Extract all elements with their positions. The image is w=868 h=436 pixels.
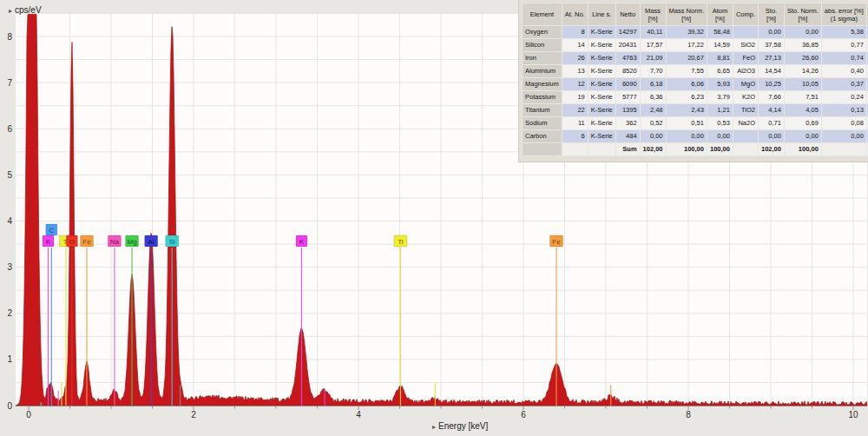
table-cell: Iron xyxy=(523,52,562,65)
table-cell: 19 xyxy=(562,91,588,104)
column-header[interactable]: At. No. xyxy=(562,3,588,26)
element-label-na[interactable]: Na xyxy=(108,235,121,247)
table-cell xyxy=(562,143,588,156)
table-cell: 4763 xyxy=(615,52,640,65)
table-cell: 8520 xyxy=(615,65,640,78)
table-cell: 37,58 xyxy=(759,39,785,52)
table-row[interactable]: Magnesium12K-Serie60906,186,065,93MgO10,… xyxy=(523,78,868,91)
table-cell: Magnesium xyxy=(523,78,562,91)
element-label-k[interactable]: K xyxy=(43,235,54,247)
column-header[interactable]: Comp. xyxy=(733,3,758,26)
table-row[interactable]: Carbon6K-Serie4840,000,000,000,000,000,0… xyxy=(523,130,868,143)
y-tick-label: 5 xyxy=(7,170,12,180)
table-cell: 6,18 xyxy=(640,78,666,91)
y-axis-title: ▸cps/eV xyxy=(9,5,42,15)
table-cell: 2,43 xyxy=(666,104,707,117)
element-label-al[interactable]: Al xyxy=(145,235,158,247)
table-cell: 12 xyxy=(562,78,588,91)
column-header[interactable]: Sto.[%] xyxy=(759,3,785,26)
table-cell: 0,00 xyxy=(759,130,785,143)
table-cell: 10,25 xyxy=(759,78,785,91)
table-cell: 20431 xyxy=(615,39,640,52)
element-label-si[interactable]: Si xyxy=(166,235,179,247)
table-cell: 17,57 xyxy=(640,39,666,52)
column-header[interactable]: Mass Norm.[%] xyxy=(666,3,707,26)
table-row[interactable]: Aluminium13K-Serie85207,707,556,65Al2O31… xyxy=(523,65,868,78)
table-cell: 26,60 xyxy=(784,52,821,65)
table-cell: K-Serie xyxy=(588,78,615,91)
table-cell: 5777 xyxy=(615,91,640,104)
y-tick-labels: 012345678 xyxy=(7,32,12,411)
table-cell: 6 xyxy=(562,130,588,143)
table-cell: Aluminium xyxy=(523,65,562,78)
table-row[interactable]: Oxygen8K-Serie1429740,1139,3258,480,000,… xyxy=(523,26,868,39)
table-cell: 14297 xyxy=(615,26,640,39)
table-cell: 14,26 xyxy=(784,65,821,78)
element-label-text: Si xyxy=(169,238,175,246)
results-table[interactable]: ElementAt. No.Line s.NettoMass[%]Mass No… xyxy=(522,3,868,156)
element-label-fe[interactable]: Fe xyxy=(80,235,93,247)
x-tick-labels: 0246810 xyxy=(26,410,858,419)
table-cell: Al2O3 xyxy=(733,65,758,78)
table-cell: 27,13 xyxy=(759,52,785,65)
column-header[interactable]: Atom[%] xyxy=(707,3,733,26)
table-cell: 102,00 xyxy=(640,143,666,156)
column-header[interactable]: Element xyxy=(523,3,562,26)
element-label-o[interactable]: O xyxy=(66,235,77,247)
table-cell: 5,38 xyxy=(821,26,866,39)
table-cell: 0,00 xyxy=(821,130,866,143)
table-cell: 14 xyxy=(562,39,588,52)
table-row[interactable]: Sodium11K-Serie3620,520,510,53Na2O0,710,… xyxy=(523,117,868,130)
table-cell: K-Serie xyxy=(588,39,615,52)
table-cell: 8 xyxy=(562,26,588,39)
table-cell: 11 xyxy=(562,117,588,130)
table-row[interactable]: Silicon14K-Serie2043117,5717,2214,59SiO2… xyxy=(523,39,868,52)
table-row[interactable]: Titanium22K-Serie13952,482,431,21TiO24,1… xyxy=(523,104,868,117)
element-label-mg[interactable]: Mg xyxy=(126,235,139,247)
element-label-k[interactable]: K xyxy=(296,235,307,247)
table-cell: 0,74 xyxy=(821,52,866,65)
element-label-text: Al xyxy=(148,238,155,246)
table-cell: K-Serie xyxy=(588,26,615,39)
table-cell: Potassium xyxy=(523,91,562,104)
eds-analysis-view: CKTiOFeNaMgAlSiKTiFe0246810012345678 ▸cp… xyxy=(0,0,868,436)
element-label-text: O xyxy=(69,238,75,246)
element-label-fe[interactable]: Fe xyxy=(550,235,563,247)
element-label-ti[interactable]: Ti xyxy=(394,235,407,247)
table-cell: 3,79 xyxy=(707,91,733,104)
table-cell: 0,08 xyxy=(821,117,866,130)
table-cell: 100,00 xyxy=(666,143,707,156)
table-cell: 0,51 xyxy=(666,117,707,130)
table-cell: 0,00 xyxy=(666,130,707,143)
table-cell: Silicon xyxy=(523,39,562,52)
element-label-text: K xyxy=(299,238,305,246)
table-cell: 4,14 xyxy=(759,104,785,117)
table-cell: K2O xyxy=(733,91,758,104)
column-header[interactable]: Mass[%] xyxy=(640,3,666,26)
table-row[interactable]: Potassium19K-Serie57776,366,233,79K2O7,6… xyxy=(523,91,868,104)
element-label-c[interactable]: C xyxy=(46,224,57,235)
column-header[interactable]: abs. error [%](1 sigma) xyxy=(821,3,866,26)
table-cell: 17,22 xyxy=(666,39,707,52)
table-row[interactable]: Iron26K-Serie476321,0920,678,81FeO27,132… xyxy=(523,52,868,65)
table-cell: 0,13 xyxy=(821,104,866,117)
table-cell: 0,40 xyxy=(821,65,866,78)
table-cell: 5,93 xyxy=(707,78,733,91)
x-tick-label: 4 xyxy=(356,410,361,419)
table-cell: 2,48 xyxy=(640,104,666,117)
column-header[interactable]: Netto xyxy=(615,3,640,26)
table-cell: 0,00 xyxy=(640,130,666,143)
x-axis-title-text: Energy [keV] xyxy=(438,421,488,431)
table-cell: K-Serie xyxy=(588,91,615,104)
x-tick-label: 2 xyxy=(191,410,196,419)
column-header[interactable]: Line s. xyxy=(588,3,615,26)
table-cell: Sum xyxy=(615,143,640,156)
y-tick-label: 3 xyxy=(7,262,12,272)
table-cell: 0,24 xyxy=(821,91,866,104)
table-cell: Oxygen xyxy=(523,26,562,39)
table-cell: 6,65 xyxy=(707,65,733,78)
table-cell: 20,67 xyxy=(666,52,707,65)
table-cell xyxy=(733,26,758,39)
column-header[interactable]: Sto. Norm.[%] xyxy=(784,3,821,26)
y-tick-label: 0 xyxy=(7,401,12,411)
